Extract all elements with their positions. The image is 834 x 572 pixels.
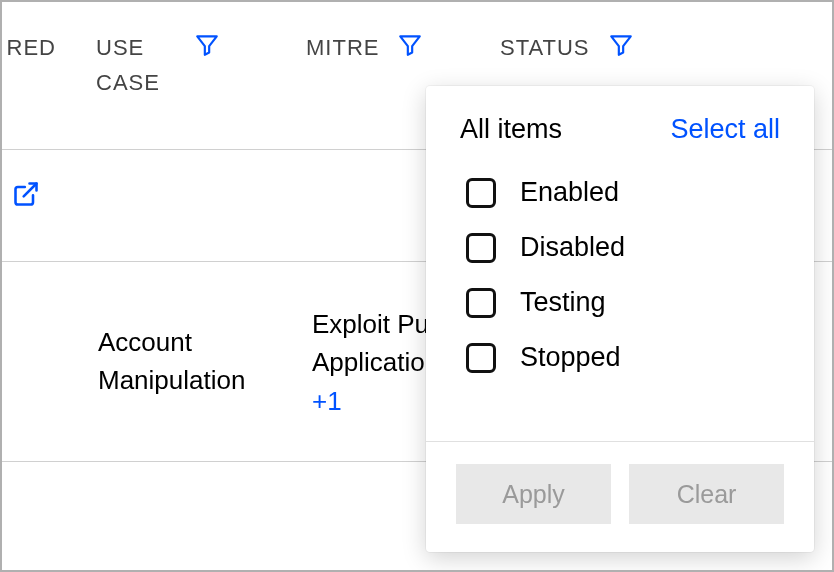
checkbox-icon[interactable]	[466, 288, 496, 318]
popover-options: Enabled Disabled Testing Stopped	[426, 165, 814, 441]
filter-option-label: Enabled	[520, 177, 619, 208]
cell-red	[2, 150, 92, 261]
select-all-link[interactable]: Select all	[670, 114, 780, 145]
checkbox-icon[interactable]	[466, 343, 496, 373]
cell-use-case: Account Manipulation	[92, 262, 312, 461]
filter-option[interactable]: Stopped	[460, 330, 780, 385]
filter-option-label: Testing	[520, 287, 606, 318]
filter-icon[interactable]	[608, 32, 634, 58]
filter-option[interactable]: Disabled	[460, 220, 780, 275]
checkbox-icon[interactable]	[466, 233, 496, 263]
cell-red	[2, 462, 92, 572]
column-header-status[interactable]: STATUS	[476, 30, 726, 65]
filter-option[interactable]: Testing	[460, 275, 780, 330]
filter-option[interactable]: Enabled	[460, 165, 780, 220]
cell-red	[2, 262, 92, 461]
column-header-red-label: RED	[7, 30, 56, 65]
clear-button[interactable]: Clear	[629, 464, 784, 524]
cell-use-case: Account	[92, 462, 312, 572]
column-header-mitre[interactable]: MITRE	[276, 30, 476, 65]
use-case-text: Account Manipulation	[98, 324, 312, 399]
column-header-red[interactable]: RED	[0, 30, 56, 65]
popover-header: All items Select all	[426, 86, 814, 165]
popover-title: All items	[460, 114, 562, 145]
filter-option-label: Disabled	[520, 232, 625, 263]
apply-button[interactable]: Apply	[456, 464, 611, 524]
table-fragment: RED USE CASE MITRE STATUS	[0, 0, 834, 572]
checkbox-icon[interactable]	[466, 178, 496, 208]
filter-option-label: Stopped	[520, 342, 621, 373]
status-filter-popover: All items Select all Enabled Disabled Te…	[426, 86, 814, 552]
popover-footer: Apply Clear	[426, 441, 814, 552]
external-link-icon[interactable]	[12, 180, 40, 208]
column-header-use-case-label: USE CASE	[96, 30, 176, 100]
cell-use-case	[92, 150, 312, 261]
filter-icon[interactable]	[397, 32, 423, 58]
column-header-use-case[interactable]: USE CASE	[56, 30, 276, 100]
filter-icon[interactable]	[194, 32, 220, 58]
column-header-mitre-label: MITRE	[306, 30, 379, 65]
column-header-status-label: STATUS	[500, 30, 590, 65]
